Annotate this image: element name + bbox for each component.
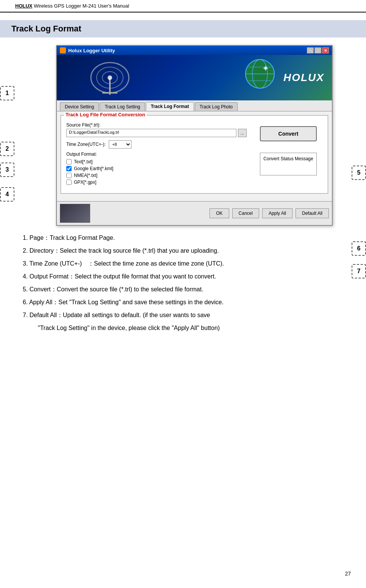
tab-device-setting[interactable]: Device Setting [60, 102, 99, 111]
checkbox-text-input[interactable] [66, 159, 72, 164]
list-item-6: 6. Apply All：Set "Track Log Setting" and… [23, 298, 355, 307]
tabs-bar: Device Setting Track Log Setting Track L… [57, 100, 332, 111]
annotation-5: 5 [352, 166, 366, 180]
output-format-row: Output Format: Text[*.txt] Google Earth[… [66, 152, 247, 185]
default-all-button[interactable]: Default All [296, 208, 329, 218]
group-inner: Source File(*.trl): D:\LoggerData\TrackL… [66, 122, 322, 188]
checkbox-kml-label: Google Earth[*.kml] [74, 166, 113, 171]
output-format-label: Output Format: [66, 152, 247, 157]
browse-button[interactable]: ... [238, 129, 247, 137]
timezone-row: Time Zone(UTC+-): +8 +7 +9 0 -5 [66, 140, 247, 149]
tab-track-log-setting[interactable]: Track Log Setting [100, 102, 145, 111]
convert-button[interactable]: Convert [260, 126, 317, 141]
annotation-2: 2 [0, 142, 14, 156]
close-button[interactable]: ✕ [322, 47, 329, 53]
file-input-row: D:\LoggerData\TrackLog.trl ... [66, 129, 247, 137]
annotation-6: 6 [352, 241, 366, 256]
banner-brand: HOLUX [283, 72, 324, 84]
file-path-display: D:\LoggerData\TrackLog.trl [66, 129, 236, 137]
checkbox-nmea: NMEA[*.txt] [66, 173, 247, 178]
list-item-5: 5. Convert：Convert the source file (*.tr… [23, 285, 355, 294]
source-file-row: Source File(*.trl): D:\LoggerData\TrackL… [66, 122, 247, 137]
list-item-3: 3. Time Zone (UTC+-) ：Select the time zo… [23, 259, 355, 268]
group-left: Source File(*.trl): D:\LoggerData\TrackL… [66, 122, 247, 188]
maximize-button[interactable]: □ [314, 47, 321, 53]
checkbox-text: Text[*.txt] [66, 159, 247, 164]
globe-icon [245, 59, 275, 89]
title-bar: Holux Logger Utility ─ □ ✕ [57, 46, 332, 55]
list-item-7a: 7. Default All：Update all settings to de… [23, 311, 355, 320]
minimize-button[interactable]: ─ [307, 47, 314, 53]
cancel-button[interactable]: Cancel [232, 208, 259, 218]
app-window: Holux Logger Utility ─ □ ✕ [56, 45, 333, 226]
checkbox-gpx: GPX[*.gpx] [66, 180, 247, 185]
header-title: Wireless GPS Logger M-241 User's Manual [34, 3, 129, 9]
main-content: 1 2 3 4 5 6 7 Holux Logger Utility ─ □ ✕ [0, 45, 366, 226]
annotation-1: 1 [0, 86, 14, 100]
page-number: 27 [345, 571, 351, 577]
satellite-dish-icon [87, 59, 133, 97]
checkbox-gpx-label: GPX[*.gpx] [74, 180, 96, 185]
brand: HOLUX [15, 3, 33, 9]
timezone-select[interactable]: +8 +7 +9 0 -5 [109, 140, 131, 149]
app-window-wrapper: Holux Logger Utility ─ □ ✕ [11, 45, 355, 226]
list-section: 1. Page：Track Log Format Page. 2. Direct… [0, 226, 366, 344]
annotation-7: 7 [352, 264, 366, 278]
list-item-2: 2. Directory：Select the track log source… [23, 246, 355, 255]
tab-track-log-format[interactable]: Track Log Format [146, 102, 194, 111]
apply-all-button[interactable]: Apply All [262, 208, 292, 218]
list-item-7b: "Track Log Setting" in the device, pleas… [23, 324, 355, 333]
checkbox-gpx-input[interactable] [66, 180, 72, 185]
checkbox-kml-input[interactable] [66, 166, 72, 171]
app-icon [60, 47, 66, 53]
svg-point-5 [108, 75, 112, 80]
ok-button[interactable]: OK [210, 208, 229, 218]
checkbox-kml: Google Earth[*.kml] [66, 166, 247, 171]
title-bar-controls: ─ □ ✕ [307, 47, 329, 53]
group-right: Convert Convert Status Message [254, 122, 322, 188]
timezone-label: Time Zone(UTC+-): [66, 142, 106, 147]
checkbox-text-label: Text[*.txt] [74, 159, 92, 164]
status-message-box: Convert Status Message [260, 153, 317, 175]
page-header: HOLUX Wireless GPS Logger M-241 User's M… [0, 0, 366, 13]
section-title: Track Log Format [0, 20, 366, 38]
group-box-title: Track Log File Format Conversion [64, 112, 147, 117]
annotation-3: 3 [0, 163, 14, 177]
window-title: Holux Logger Utility [68, 48, 115, 53]
device-image [60, 204, 90, 223]
checkbox-nmea-label: NMEA[*.txt] [74, 173, 97, 178]
list-item-1: 1. Page：Track Log Format Page. [23, 233, 355, 242]
tab-track-log-photo[interactable]: Track Log Photo [195, 102, 238, 111]
app-banner: HOLUX [57, 55, 332, 100]
checkbox-nmea-input[interactable] [66, 173, 72, 178]
list-item-4: 4. Output Format：Select the output file … [23, 272, 355, 281]
group-box-conversion: Track Log File Format Conversion Source … [61, 115, 328, 194]
source-file-label: Source File(*.trl): [66, 122, 247, 128]
annotation-4: 4 [0, 187, 14, 202]
bottom-bar: OK Cancel Apply All Default All [57, 201, 332, 225]
content-area: Track Log File Format Conversion Source … [57, 111, 332, 201]
